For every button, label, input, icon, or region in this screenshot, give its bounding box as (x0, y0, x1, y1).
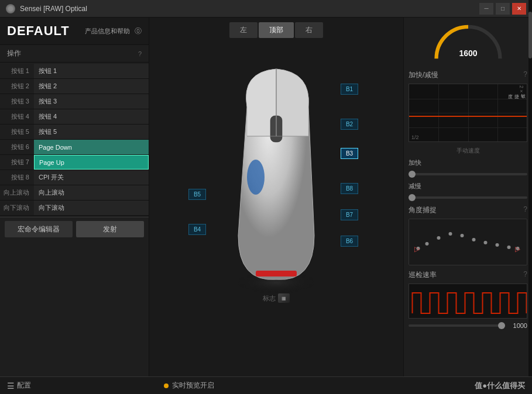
button-list: 按钮 1 按钮 1 按钮 2 按钮 2 按钮 3 按钮 3 按钮 4 按钮 4 … (0, 63, 149, 217)
right-panel: 1600 加快/减慢 ? 2× 1/2 敏 捷 (403, 18, 532, 394)
label-text: 标志 (263, 294, 276, 303)
accel-question[interactable]: ? (523, 70, 527, 80)
button-row: 向上滚动 向上滚动 (0, 185, 149, 201)
accel-label: 加快/减慢 (409, 70, 438, 80)
polling-slider-row: 1000 (409, 322, 527, 329)
b4-button[interactable]: B4 (188, 224, 206, 235)
btn-action-3[interactable]: 按钮 3 (34, 94, 149, 109)
svg-point-11 (449, 232, 452, 236)
b6-button[interactable]: B6 (341, 236, 358, 247)
preview-label: 实时预览开启 (172, 381, 214, 390)
angle-slider-container (409, 265, 527, 265)
config-label: 配置 (17, 381, 31, 390)
btn-action-4[interactable]: 按钮 4 (34, 109, 149, 124)
main-content: DEFAULT 产品信息和帮助 ⓪ 操作 ? 按钮 1 按钮 1 按钮 2 按钮… (0, 18, 532, 394)
preview-indicator: 实时预览开启 (164, 381, 214, 390)
b1-button[interactable]: B1 (341, 84, 358, 95)
btn-action-8[interactable]: CPI 开关 (34, 170, 149, 185)
left-panel: DEFAULT 产品信息和帮助 ⓪ 操作 ? 按钮 1 按钮 1 按钮 2 按钮… (0, 18, 149, 394)
svg-point-13 (472, 238, 476, 241)
label-icon: ▦ (278, 293, 290, 303)
decel-slider-row: 减慢 (409, 182, 527, 201)
watermark: 值●什么值得买 (475, 381, 525, 391)
fire-button[interactable]: 发射 (76, 221, 144, 237)
polling-question[interactable]: ? (523, 270, 527, 280)
tab-top[interactable]: 顶部 (259, 22, 294, 38)
svg-text:▷: ▷ (414, 245, 420, 253)
scrollbar-thumb[interactable] (528, 18, 532, 58)
macro-editor-button[interactable]: 宏命令编辑器 (5, 221, 73, 237)
b2-button[interactable]: B2 (341, 119, 358, 130)
svg-text:1600: 1600 (459, 49, 477, 58)
accel-slider[interactable] (409, 173, 527, 175)
right-scrollbar[interactable] (528, 18, 532, 394)
svg-rect-3 (256, 271, 297, 277)
bottom-bar: ☰ 配置 实时预览开启 值●什么值得买 (0, 376, 532, 394)
b8-button[interactable]: B8 (341, 183, 358, 194)
button-row: 按钮 2 按钮 2 (0, 79, 149, 94)
btn-action-7[interactable]: Page Up (34, 155, 149, 170)
btn-label-6: 按钮 6 (0, 143, 34, 151)
angle-question[interactable]: ? (523, 205, 527, 215)
decel-slider[interactable] (409, 196, 527, 199)
accel-sublabel: 加快 (409, 158, 527, 167)
button-row: 向下滚动 向下滚动 (0, 201, 149, 216)
b3-button[interactable]: B3 (341, 148, 358, 159)
dpi-gauge: 1600 (409, 22, 527, 63)
btn-action-2[interactable]: 按钮 2 (34, 79, 149, 94)
bottom-buttons: 宏命令编辑器 发射 (0, 217, 149, 241)
btn-label-3: 按钮 3 (0, 97, 34, 106)
minimize-button[interactable]: ─ (479, 3, 493, 15)
b7-button[interactable]: B7 (341, 209, 358, 220)
svg-point-16 (507, 246, 511, 249)
mouse-area: B1 B2 B3 B8 B7 B6 B5 B4 (177, 43, 376, 323)
grid-line (497, 84, 498, 141)
close-button[interactable]: ✕ (512, 3, 526, 15)
svg-text:▷: ▷ (515, 245, 521, 253)
accel-header: 加快/减慢 ? (409, 70, 527, 80)
btn-label-scroll-up: 向上滚动 (0, 188, 34, 197)
config-button[interactable]: ☰ 配置 (7, 381, 31, 390)
decel-sublabel: 减慢 (409, 182, 527, 191)
btn-action-scroll-down[interactable]: 向下滚动 (34, 201, 149, 215)
accel-slider-row: 加快 (409, 158, 527, 177)
tab-right[interactable]: 右 (295, 22, 323, 38)
b5-button[interactable]: B5 (188, 189, 206, 200)
titlebar: Sensei [RAW] Optical ─ □ ✕ (0, 0, 532, 18)
polling-label: 巡检速率 (409, 270, 437, 280)
grid-line (468, 84, 469, 141)
svg-point-14 (484, 241, 488, 244)
btn-label-4: 按钮 4 (0, 112, 34, 121)
button-row: 按钮 8 CPI 开关 (0, 170, 149, 185)
btn-label-7: 按钮 7 (0, 158, 34, 167)
maximize-button[interactable]: □ (496, 3, 510, 15)
center-panel: 左 顶部 右 B1 B2 B3 B8 B7 B6 B5 (149, 18, 403, 394)
tab-left[interactable]: 左 (229, 22, 258, 38)
dpi-arc-svg: 1600 (421, 22, 515, 63)
btn-action-scroll-up[interactable]: 向上滚动 (34, 185, 149, 200)
polling-chart (409, 284, 527, 319)
header-right: 产品信息和帮助 ⓪ (85, 26, 142, 36)
polling-value: 1000 (509, 322, 527, 329)
svg-point-15 (496, 243, 499, 247)
view-tabs: 左 顶部 右 (229, 22, 323, 38)
btn-label-5: 按钮 5 (0, 127, 34, 136)
accel-line (409, 116, 527, 117)
button-row: 按钮 5 按钮 5 (0, 125, 149, 140)
btn-label-1: 按钮 1 (0, 67, 34, 75)
btn-label-scroll-down: 向下滚动 (0, 203, 34, 212)
btn-action-6[interactable]: Page Down (34, 140, 149, 154)
mouse-svg (224, 60, 329, 294)
info-icon[interactable]: ⓪ (135, 26, 142, 36)
btn-action-5[interactable]: 按钮 5 (34, 125, 149, 139)
ops-help-icon[interactable]: ? (138, 50, 142, 57)
polling-slider[interactable] (409, 324, 505, 327)
speed-label: 手动速度 (409, 147, 527, 155)
app-title: Sensei [RAW] Optical (20, 5, 479, 13)
btn-label-8: 按钮 8 (0, 173, 34, 182)
accel-chart: 2× 1/2 敏 捷 度 (409, 84, 527, 142)
ops-label: 操作 (7, 49, 21, 58)
svg-point-2 (247, 160, 265, 195)
app-icon (6, 4, 15, 13)
btn-action-1[interactable]: 按钮 1 (34, 64, 149, 78)
